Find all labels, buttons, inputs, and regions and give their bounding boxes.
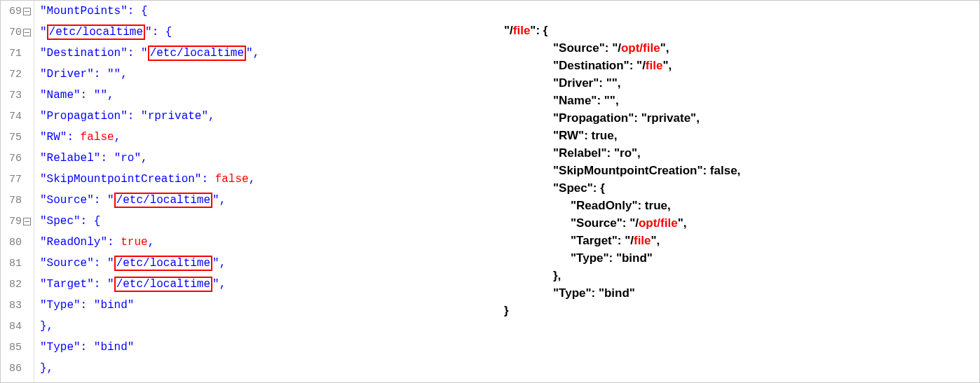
text-line: "ReadOnly": true, bbox=[504, 197, 965, 214]
gutter-line: 74 bbox=[1, 106, 34, 127]
text-line: "SkipMountpointCreation": false, bbox=[504, 162, 965, 179]
text-line: "Target": "/file", bbox=[504, 232, 965, 249]
text-line: "Name": "", bbox=[504, 92, 965, 109]
code-line: "SkipMountpointCreation": false, bbox=[40, 169, 490, 190]
gutter-line: 69 bbox=[1, 1, 34, 22]
code-content[interactable]: "MountPoints": { "/etc/localtime": { "De… bbox=[34, 1, 490, 382]
gutter-line: 78 bbox=[1, 190, 34, 211]
code-line: "Name": "", bbox=[40, 85, 490, 106]
text-line: "Type": "bind" bbox=[504, 284, 965, 302]
gutter-line: 76 bbox=[1, 148, 34, 169]
text-line: }, bbox=[504, 267, 965, 284]
code-line: "Relabel": "ro", bbox=[40, 148, 490, 169]
code-line: "Type": "bind" bbox=[40, 337, 490, 358]
code-line: }, bbox=[40, 316, 490, 337]
text-line: "Propagation": "rprivate", bbox=[504, 109, 965, 127]
gutter-line: 73 bbox=[1, 85, 34, 106]
gutter-line: 79 bbox=[1, 211, 34, 232]
gutter-line: 84 bbox=[1, 316, 34, 337]
text-line: } bbox=[504, 302, 965, 319]
gutter-line: 82 bbox=[1, 274, 34, 295]
gutter-line: 71 bbox=[1, 43, 34, 64]
code-line: "Source": "/etc/localtime", bbox=[40, 190, 490, 211]
text-line: "Type": "bind" bbox=[504, 249, 965, 267]
text-line: "Source": "/opt/file", bbox=[504, 214, 965, 232]
fold-icon[interactable] bbox=[23, 8, 31, 15]
code-line: "Type": "bind" bbox=[40, 295, 490, 316]
text-line: "Relabel": "ro", bbox=[504, 144, 965, 162]
highlight-box: /etc/localtime bbox=[114, 277, 212, 292]
code-line: "Propagation": "rprivate", bbox=[40, 106, 490, 127]
code-line: "ReadOnly": true, bbox=[40, 232, 490, 253]
text-line: "Driver": "", bbox=[504, 74, 965, 92]
gutter-line: 81 bbox=[1, 253, 34, 274]
text-line: "/file": { bbox=[504, 22, 965, 39]
gutter-line: 77 bbox=[1, 169, 34, 190]
code-line: "RW": false, bbox=[40, 127, 490, 148]
text-line: "Source": "/opt/file", bbox=[504, 39, 965, 57]
highlight-box: /etc/localtime bbox=[47, 25, 145, 40]
code-line: "Target": "/etc/localtime", bbox=[40, 274, 490, 295]
line-gutter: 69 70 71 72 73 74 75 76 77 78 79 80 81 8… bbox=[1, 1, 34, 382]
text-line: "Spec": { bbox=[504, 179, 965, 197]
right-text-pane: "/file": { "Source": "/opt/file", "Desti… bbox=[490, 1, 979, 382]
gutter-line: 85 bbox=[1, 337, 34, 358]
gutter-line: 86 bbox=[1, 358, 34, 379]
gutter-line: 72 bbox=[1, 64, 34, 85]
text-line: "RW": true, bbox=[504, 127, 965, 144]
highlight-box: /etc/localtime bbox=[114, 256, 212, 271]
left-code-pane: 69 70 71 72 73 74 75 76 77 78 79 80 81 8… bbox=[1, 1, 490, 382]
code-line: }, bbox=[40, 358, 490, 379]
text-line: "Destination": "/file", bbox=[504, 57, 965, 74]
code-line: "Destination": "/etc/localtime", bbox=[40, 43, 490, 64]
fold-icon[interactable] bbox=[23, 29, 31, 36]
gutter-line: 70 bbox=[1, 22, 34, 43]
code-line: "Driver": "", bbox=[40, 64, 490, 85]
code-line: "Spec": { bbox=[40, 211, 490, 232]
gutter-line: 80 bbox=[1, 232, 34, 253]
highlight-box: /etc/localtime bbox=[114, 193, 212, 208]
fold-icon[interactable] bbox=[23, 218, 31, 225]
gutter-line: 83 bbox=[1, 295, 34, 316]
code-line: "/etc/localtime": { bbox=[40, 22, 490, 43]
code-line: "MountPoints": { bbox=[40, 1, 490, 22]
highlight-box: /etc/localtime bbox=[148, 46, 246, 61]
code-line: "Source": "/etc/localtime", bbox=[40, 253, 490, 274]
gutter-line: 75 bbox=[1, 127, 34, 148]
